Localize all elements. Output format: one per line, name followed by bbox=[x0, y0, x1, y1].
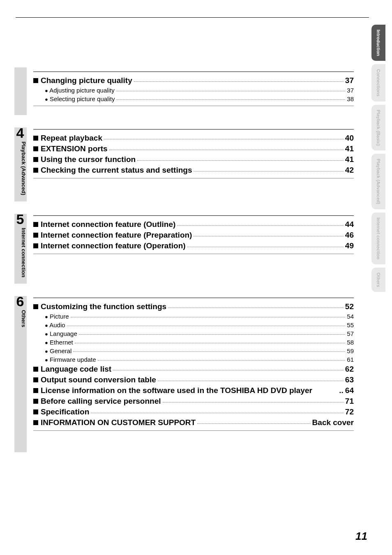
toc-title: Specification bbox=[41, 407, 89, 416]
leader bbox=[75, 343, 346, 343]
toc-title: Internet connection feature (Outline) bbox=[41, 220, 175, 229]
toc-row[interactable]: Using the cursor function41 bbox=[33, 155, 354, 164]
toc-subtitle: ● General bbox=[45, 347, 71, 354]
toc-title: Using the cursor function bbox=[41, 155, 136, 164]
leader bbox=[91, 413, 344, 413]
toc-title: Customizing the function settings bbox=[41, 302, 166, 311]
leader bbox=[98, 360, 346, 361]
toc-page: 57 bbox=[347, 330, 354, 337]
toc-row[interactable]: Before calling service personnel71 bbox=[33, 397, 354, 406]
section-rule bbox=[33, 106, 354, 106]
toc-row[interactable]: ● Picture54 bbox=[33, 313, 354, 320]
leader bbox=[137, 160, 344, 161]
toc-row[interactable]: Checking the current status and settings… bbox=[33, 166, 354, 175]
toc-row[interactable]: Changing picture quality 37 bbox=[33, 76, 354, 85]
tab-playback-advanced[interactable]: Playback (Advanced) bbox=[371, 154, 385, 209]
section-number: 6 bbox=[14, 294, 27, 308]
toc-title: Output sound conversion table bbox=[41, 375, 156, 384]
toc-content: Changing picture quality 37 ● Adjusting … bbox=[33, 70, 354, 452]
tab-introduction[interactable]: Introduction bbox=[371, 25, 385, 61]
toc-row[interactable]: Repeat playback40 bbox=[33, 134, 354, 143]
toc-page: 72 bbox=[345, 407, 354, 416]
toc-page-sep: .. bbox=[339, 386, 344, 395]
toc-page: 37 bbox=[347, 87, 354, 94]
toc-row[interactable]: ● Audio55 bbox=[33, 321, 354, 328]
toc-title: Language code list bbox=[41, 365, 111, 374]
leader bbox=[73, 352, 345, 352]
section-rule bbox=[33, 72, 354, 72]
section-rule bbox=[33, 129, 354, 130]
toc-title: EXTENSION ports bbox=[41, 144, 108, 153]
toc-row[interactable]: ● Selecting picture quality 38 bbox=[33, 95, 354, 102]
toc-page: 58 bbox=[347, 339, 354, 346]
toc-title: Before calling service personnel bbox=[41, 397, 161, 406]
square-bullet-icon bbox=[33, 367, 38, 372]
toc-page: 62 bbox=[345, 365, 354, 374]
square-bullet-icon bbox=[33, 377, 38, 382]
toc-row[interactable]: Customizing the function settings52 bbox=[33, 302, 354, 311]
leader bbox=[194, 236, 343, 236]
toc-title: Repeat playback bbox=[41, 134, 102, 143]
square-bullet-icon bbox=[33, 146, 38, 151]
toc-page: 44 bbox=[345, 220, 354, 229]
square-bullet-icon bbox=[33, 304, 38, 309]
toc-page: 42 bbox=[345, 166, 354, 175]
section-label: Internet connection bbox=[14, 228, 27, 278]
square-bullet-icon bbox=[33, 233, 38, 238]
section-number: 5 bbox=[14, 212, 27, 226]
section-rule bbox=[33, 215, 354, 216]
toc-title: License information on the software used… bbox=[41, 386, 312, 395]
tab-internet-connection[interactable]: Internet connection bbox=[371, 213, 385, 264]
toc-title: Internet connection feature (Preparation… bbox=[41, 231, 192, 240]
top-rule bbox=[16, 17, 369, 18]
section-bar bbox=[14, 67, 27, 115]
section-rule bbox=[33, 178, 354, 178]
leader bbox=[109, 150, 344, 150]
toc-row[interactable]: ● Firmware update61 bbox=[33, 356, 354, 363]
toc-subtitle: ● Firmware update bbox=[45, 356, 96, 363]
toc-page: 41 bbox=[345, 155, 354, 164]
toc-row[interactable]: License information on the software used… bbox=[33, 386, 354, 395]
toc-section-6: 6 Others Customizing the function settin… bbox=[33, 296, 354, 452]
toc-row[interactable]: EXTENSION ports41 bbox=[33, 144, 354, 153]
square-bullet-icon bbox=[33, 388, 38, 393]
toc-row[interactable]: Internet connection feature (Operation)4… bbox=[33, 241, 354, 250]
tab-playback-basic[interactable]: Playback (Basic) bbox=[371, 105, 385, 150]
toc-subtitle: ● Picture bbox=[45, 313, 69, 320]
leader bbox=[197, 423, 310, 424]
leader bbox=[163, 402, 344, 402]
side-tabs: Introduction Connections Playback (Basic… bbox=[371, 25, 392, 295]
square-bullet-icon bbox=[33, 243, 38, 248]
toc-page: 71 bbox=[345, 397, 354, 406]
tab-connections[interactable]: Connections bbox=[371, 64, 385, 102]
toc-row[interactable]: Specification72 bbox=[33, 407, 354, 416]
leader bbox=[104, 139, 344, 139]
toc-row[interactable]: Language code list62 bbox=[33, 365, 354, 374]
page-number: 11 bbox=[355, 530, 367, 543]
section-rule bbox=[33, 430, 354, 431]
leader bbox=[158, 381, 344, 381]
square-bullet-icon bbox=[33, 136, 38, 141]
toc-row[interactable]: ● Language57 bbox=[33, 330, 354, 337]
toc-page: 64 bbox=[345, 386, 354, 395]
toc-row[interactable]: Internet connection feature (Preparation… bbox=[33, 231, 354, 240]
toc-row[interactable]: ● Ethernet58 bbox=[33, 339, 354, 346]
section-label: Others bbox=[14, 310, 27, 327]
toc-row[interactable]: Internet connection feature (Outline)44 bbox=[33, 220, 354, 229]
toc-row[interactable]: INFORMATION ON CUSTOMER SUPPORTBack cove… bbox=[33, 418, 354, 427]
toc-section-5: 5 Internet connection Internet connectio… bbox=[33, 214, 354, 284]
toc-page: 37 bbox=[345, 76, 354, 85]
square-bullet-icon bbox=[33, 78, 38, 83]
tab-others[interactable]: Others bbox=[371, 268, 385, 292]
leader bbox=[116, 91, 346, 91]
toc-page: 52 bbox=[345, 302, 354, 311]
toc-row[interactable]: ● Adjusting picture quality 37 bbox=[33, 87, 354, 94]
toc-page: 41 bbox=[345, 144, 354, 153]
toc-row[interactable]: ● General59 bbox=[33, 347, 354, 354]
toc-row[interactable]: Output sound conversion table63 bbox=[33, 375, 354, 384]
leader bbox=[187, 247, 344, 247]
square-bullet-icon bbox=[33, 157, 38, 162]
toc-subtitle: ● Adjusting picture quality bbox=[45, 87, 115, 94]
toc-section-4: 4 Playback (Advanced) Repeat playback40 … bbox=[33, 127, 354, 201]
toc-page: 40 bbox=[345, 134, 354, 143]
